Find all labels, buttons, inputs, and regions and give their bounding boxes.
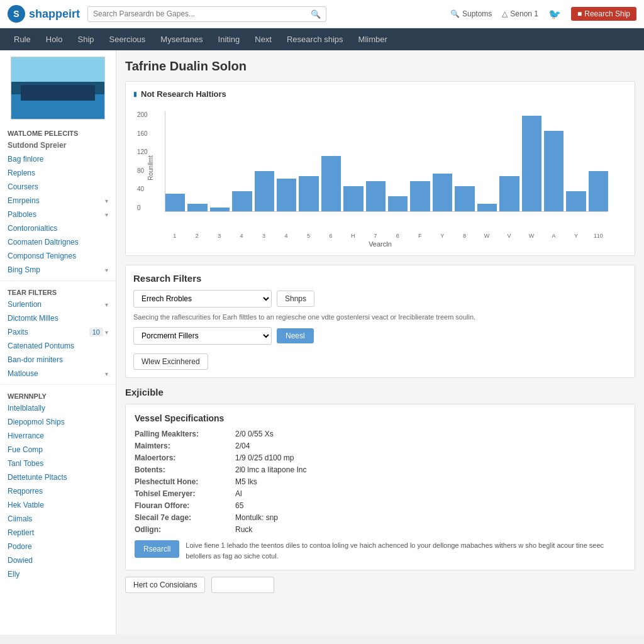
chart-title: Not Research Haltiors: [133, 89, 627, 99]
expandable-section: Exjicible Vessel Specifications Palling …: [125, 387, 635, 593]
x-label-8: H: [343, 233, 363, 239]
spec-row-6: Flouran Offore: 65: [135, 501, 626, 510]
x-label-10: 6: [388, 233, 408, 239]
sidebar-item-bag[interactable]: Bag finlore: [0, 152, 116, 166]
bar-7[interactable]: [321, 156, 341, 211]
filter-description: Saecing the raflescurities for Earh filt…: [133, 313, 627, 322]
sidebar-item-replens[interactable]: Replens: [0, 166, 116, 180]
x-label-4: 3: [254, 233, 274, 239]
x-label-15: V: [499, 233, 519, 239]
filter-dropdown-1[interactable]: Errech Rrobles: [133, 290, 272, 308]
spec-value-1: 2/04: [235, 441, 250, 450]
sidebar-item-reqporres[interactable]: Reqporres: [0, 484, 116, 498]
nav-rule[interactable]: Rule: [6, 28, 38, 50]
chevron-down-icon: ▾: [105, 211, 108, 218]
bar-10[interactable]: [388, 196, 408, 211]
sidebar-item-hiverrance[interactable]: Hiverrance: [0, 429, 116, 443]
bar-16[interactable]: [522, 116, 541, 211]
sidebar-item-bing[interactable]: Bing Smp ▾: [0, 263, 116, 277]
sidebar-divider2: [0, 384, 116, 385]
bar-14[interactable]: [477, 204, 497, 211]
research-ship-button[interactable]: ■ Reearch Ship: [571, 7, 636, 21]
sidebar-item-matlouse[interactable]: Matlouse ▾: [0, 367, 116, 380]
sidebar-item-fue[interactable]: Fue Comp: [0, 443, 116, 457]
sidebar-item-dictomtk[interactable]: Dictomtk Milles: [0, 311, 116, 325]
sidebar-item-dowied[interactable]: Dowied: [0, 553, 116, 567]
bar-9[interactable]: [366, 181, 386, 211]
search-bar[interactable]: 🔍: [87, 6, 326, 22]
support-icon: 🔍: [450, 9, 460, 18]
bar-13[interactable]: [455, 186, 474, 211]
bar-2[interactable]: [210, 208, 230, 211]
nav-initing[interactable]: Initing: [211, 28, 248, 50]
nav-holo[interactable]: Holo: [38, 28, 70, 50]
sidebar-item-coursers[interactable]: Coursers: [0, 180, 116, 194]
spec-value-3: 2l0 lmc a Iitapone Inc: [235, 465, 306, 474]
reset-button[interactable]: Neesl: [277, 328, 314, 343]
sidebar-item-componsd[interactable]: Componsd Tenignes: [0, 249, 116, 263]
sidebar-item-hek[interactable]: Hek Vatble: [0, 498, 116, 512]
sidebar-item-coomaten[interactable]: Coomaten Daltrignes: [0, 235, 116, 249]
filter-dropdown-2[interactable]: Porcmernt Fillers: [133, 327, 272, 345]
bar-18[interactable]: [566, 191, 586, 211]
sidebar-item-dettetunte[interactable]: Dettetunte Pltacts: [0, 470, 116, 484]
consign-input[interactable]: [211, 577, 274, 593]
spec-label-2: Maloertors:: [135, 453, 235, 462]
ships-button[interactable]: Shnps: [277, 291, 314, 307]
sidebar-item-paxits[interactable]: Paxits 10 ▾: [0, 325, 116, 339]
sidebar-item-tanl[interactable]: Tanl Tobes: [0, 457, 116, 470]
nav-seercious[interactable]: Seercious: [102, 28, 153, 50]
x-label-13: 8: [455, 233, 474, 239]
sidebar-divider: [0, 280, 116, 281]
x-labels: 12343456H76FY8WVWAY110: [133, 233, 627, 239]
sidebar-item-emrpeins[interactable]: Emrpeins ▾: [0, 194, 116, 208]
sidebar-item-podore[interactable]: Podore: [0, 540, 116, 553]
sidebar-item-catenated[interactable]: Catenated Pontums: [0, 339, 116, 353]
x-label-2: 3: [209, 233, 229, 239]
sidebar-item-diepopmol[interactable]: Diepopmol Ships: [0, 415, 116, 429]
header-right: 🔍 Suptoms △ Senon 1 🐦 ■ Reearch Ship: [450, 7, 636, 21]
chevron-down-icon: ▾: [105, 267, 108, 274]
bar-6[interactable]: [299, 176, 318, 211]
spec-label-5: Tohisel Emeryer:: [135, 489, 235, 498]
sidebar-item-reptlert[interactable]: Reptlert: [0, 526, 116, 540]
sidebar-item-palboles[interactable]: Palboles ▾: [0, 208, 116, 221]
x-label-3: 4: [231, 233, 251, 239]
signin-nav[interactable]: △ Senon 1: [502, 9, 538, 18]
view-button[interactable]: Wlew Excinhered: [133, 353, 208, 370]
bar-3[interactable]: [232, 191, 252, 211]
research-ship-icon: ■: [577, 9, 582, 18]
bar-17[interactable]: [544, 131, 564, 211]
nav-mlimber[interactable]: Mlimber: [351, 28, 395, 50]
sidebar-item-elly[interactable]: Elly: [0, 567, 116, 581]
bar-5[interactable]: [277, 179, 296, 211]
logo[interactable]: S shappeirt: [8, 5, 80, 23]
sidebar-item-ciimals[interactable]: Ciimals: [0, 512, 116, 526]
nav-research-ships[interactable]: Research ships: [279, 28, 351, 50]
nav-next[interactable]: Next: [247, 28, 279, 50]
bar-1[interactable]: [187, 204, 207, 211]
spec-label-4: Pleshectult Hone:: [135, 477, 235, 486]
sidebar-item-contoronialtics[interactable]: Contoronialtics: [0, 221, 116, 235]
filters-card: Resarch Filters Errech Rrobles Shnps Sae…: [125, 265, 635, 378]
bar-19[interactable]: [589, 171, 608, 211]
bar-12[interactable]: [433, 174, 452, 211]
nav-mysertanes[interactable]: Mysertanes: [153, 28, 210, 50]
sidebar-item-surlention[interactable]: Surlention ▾: [0, 297, 116, 311]
spec-row-8: Odlign: Ruck: [135, 525, 626, 534]
sidebar-item-intelblatally[interactable]: Intelblatally: [0, 401, 116, 415]
twitter-icon[interactable]: 🐦: [548, 8, 561, 20]
research-button[interactable]: Rsearcll: [135, 540, 179, 558]
bar-8[interactable]: [343, 186, 363, 211]
sidebar-item-ban-dor[interactable]: Ban-dor miniters: [0, 353, 116, 367]
support-nav[interactable]: 🔍 Suptoms: [450, 9, 492, 18]
bar-0[interactable]: [165, 194, 185, 211]
search-icon: 🔍: [311, 9, 321, 19]
bar-4[interactable]: [255, 171, 274, 211]
consign-button[interactable]: Hert co Consioians: [125, 577, 205, 593]
bar-15[interactable]: [499, 176, 519, 211]
nav-ship[interactable]: Ship: [70, 28, 102, 50]
bar-11[interactable]: [410, 181, 430, 211]
chart-card: Not Research Haltiors Rounllmt 040801201…: [125, 81, 635, 256]
search-input[interactable]: [93, 9, 311, 18]
